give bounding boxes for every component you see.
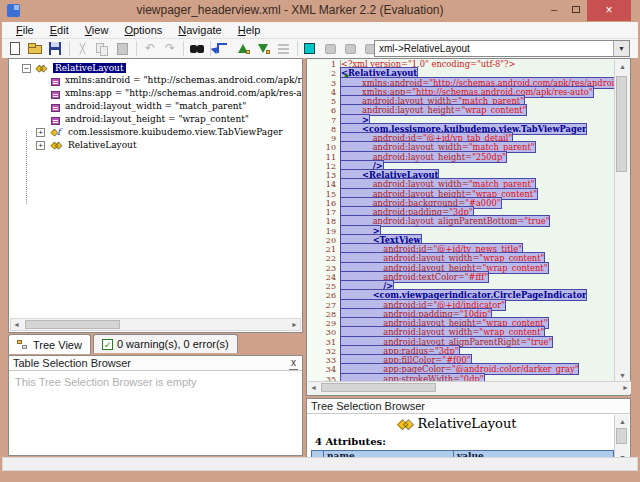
attribute-icon (51, 117, 60, 125)
tree-item[interactable]: +◆com.lessismore.kuibudemo.view.TabViewP… (9, 126, 302, 139)
line-number: 13 (307, 171, 341, 180)
tree-item[interactable]: −◆◆RelativeLayout (9, 62, 302, 75)
open-file-icon[interactable] (26, 40, 46, 57)
menu-file[interactable]: File (8, 23, 42, 37)
scrollbar-thumb[interactable] (321, 383, 436, 392)
line-number: 20 (307, 236, 341, 245)
tree-item[interactable]: +◆◆RelativeLayout (9, 139, 302, 152)
custom-element-icon: ◆ (51, 127, 60, 137)
paste-icon (113, 40, 133, 57)
collapse-icon[interactable]: − (22, 64, 31, 73)
xml-editor[interactable]: 1<?xml version="1.0" encoding="utf-8"?>2… (306, 58, 631, 396)
tab-label: 0 warning(s), 0 error(s) (117, 338, 229, 350)
expand-icon[interactable]: + (36, 141, 45, 150)
title-bar: viewpager_headerview.xml - XML Marker 2.… (0, 0, 640, 22)
tree-view-panel[interactable]: −◆◆RelativeLayoutxmlns:android = "http:/… (8, 58, 303, 333)
new-file-icon[interactable] (6, 40, 26, 57)
tree-selection-browser-panel: Tree Selection Browser ◆◆RelativeLayout … (306, 398, 631, 464)
line-number: 10 (307, 143, 341, 152)
attribute-icon (51, 78, 60, 86)
menu-view[interactable]: View (77, 23, 117, 37)
combobox-value: xml->RelativeLayout (379, 43, 470, 54)
tree-item-label[interactable]: android:layout_width = "match_parent" (65, 101, 246, 111)
parent-element-icon[interactable] (214, 40, 234, 57)
close-panel-icon[interactable]: x (289, 357, 298, 370)
editor-horizontal-scrollbar[interactable]: ◄ ► (308, 381, 631, 394)
tree-item[interactable]: xmlns:android = "http://schemas.android.… (9, 75, 302, 88)
tree-item-label[interactable]: android:layout_height = "wrap_content" (65, 114, 249, 124)
menu-help[interactable]: Help (230, 23, 269, 37)
scroll-right-icon[interactable]: ► (291, 321, 298, 328)
table-selection-browser-panel: Table Selection Browser x This Tree Sele… (8, 355, 303, 456)
line-number: 9 (307, 134, 341, 143)
tree-item-label[interactable]: com.lessismore.kuibudemo.view.TabViewPag… (68, 127, 283, 137)
node-label: RelativeLayout (418, 416, 517, 431)
line-number: 34 (307, 365, 341, 374)
tree-horizontal-scrollbar[interactable]: ◄ ► (10, 318, 301, 331)
save-icon[interactable] (46, 40, 66, 57)
menu-options[interactable]: Options (116, 23, 170, 37)
panel-title: Table Selection Browser (13, 357, 131, 369)
line-number: 15 (307, 190, 341, 199)
tree-item[interactable]: android:layout_height = "wrap_content" (9, 114, 302, 127)
scroll-right-icon[interactable]: ► (622, 384, 629, 391)
line-number: 4 (307, 88, 341, 97)
selected-node: ◆◆RelativeLayout (307, 416, 607, 431)
line-number: 22 (307, 254, 341, 263)
next-element-icon[interactable] (254, 40, 274, 57)
undo-icon: ↶ (140, 40, 160, 57)
highlight-icon[interactable] (301, 40, 321, 57)
editor-vertical-scrollbar[interactable]: ▲ ▼ (614, 60, 629, 382)
line-number: 17 (307, 208, 341, 217)
tab-warnings-errors[interactable]: ✓ 0 warning(s), 0 error(s) (93, 334, 238, 353)
tree-item-label[interactable]: xmlns:app = "http://schemas.android.com/… (65, 88, 303, 98)
line-number: 28 (307, 310, 341, 319)
toolbar-separator (66, 40, 73, 57)
cut-icon (73, 40, 93, 57)
scrollbar-thumb[interactable] (25, 320, 120, 329)
line-number: 12 (307, 162, 341, 171)
chevron-down-icon[interactable]: ▼ (613, 41, 629, 56)
scrollbar-thumb[interactable] (616, 428, 627, 444)
line-number: 19 (307, 227, 341, 236)
line-number: 33 (307, 356, 341, 365)
tree-item-label[interactable]: RelativeLayout (53, 63, 126, 73)
scroll-down-icon[interactable]: ▼ (619, 372, 626, 379)
tree-item-label[interactable]: RelativeLayout (68, 140, 137, 150)
line-number: 25 (307, 282, 341, 291)
status-bar (2, 457, 638, 471)
maximize-button[interactable] (565, 0, 587, 20)
line-number: 7 (307, 116, 341, 125)
find-icon[interactable] (187, 40, 207, 57)
panel-header: Table Selection Browser x (9, 356, 302, 371)
menu-navigate[interactable]: Navigate (170, 23, 229, 37)
tree-item-label[interactable]: xmlns:android = "http://schemas.android.… (65, 75, 303, 85)
scroll-up-icon[interactable]: ▲ (619, 63, 626, 70)
scroll-left-icon[interactable]: ◄ (13, 321, 20, 328)
tree-item[interactable]: android:layout_width = "match_parent" (9, 101, 302, 114)
panel-title: Tree Selection Browser (311, 400, 425, 412)
element-icon: ◆◆ (36, 63, 44, 73)
bookmark-next-icon (341, 40, 361, 57)
scroll-left-icon[interactable]: ◄ (310, 384, 317, 391)
line-number: 2 (307, 69, 341, 78)
line-number: 27 (307, 301, 341, 310)
tab-tree-view[interactable]: Tree View (8, 334, 91, 354)
close-button[interactable]: × (587, 0, 631, 21)
element-list-icon (274, 40, 294, 57)
tab-label: Tree View (33, 339, 82, 351)
scroll-up-icon[interactable]: ▲ (619, 418, 626, 425)
previous-element-icon[interactable] (234, 40, 254, 57)
menu-edit[interactable]: Edit (42, 23, 77, 37)
window-title: viewpager_headerview.xml - XML Marker 2.… (0, 3, 580, 17)
minimize-button[interactable]: – (543, 0, 565, 20)
fold-marker-icon[interactable]: ▲ (343, 71, 350, 78)
expand-icon[interactable]: + (36, 128, 45, 137)
element-path-combobox[interactable]: xml->RelativeLayout ▼ (374, 40, 630, 57)
scrollbar-thumb[interactable] (616, 76, 627, 172)
line-number: 16 (307, 199, 341, 208)
line-number: 1 (307, 60, 341, 69)
tree-item[interactable]: xmlns:app = "http://schemas.android.com/… (9, 88, 302, 101)
menu-bar: FileEditViewOptionsNavigateHelp (2, 22, 638, 39)
line-number: 32 (307, 347, 341, 356)
